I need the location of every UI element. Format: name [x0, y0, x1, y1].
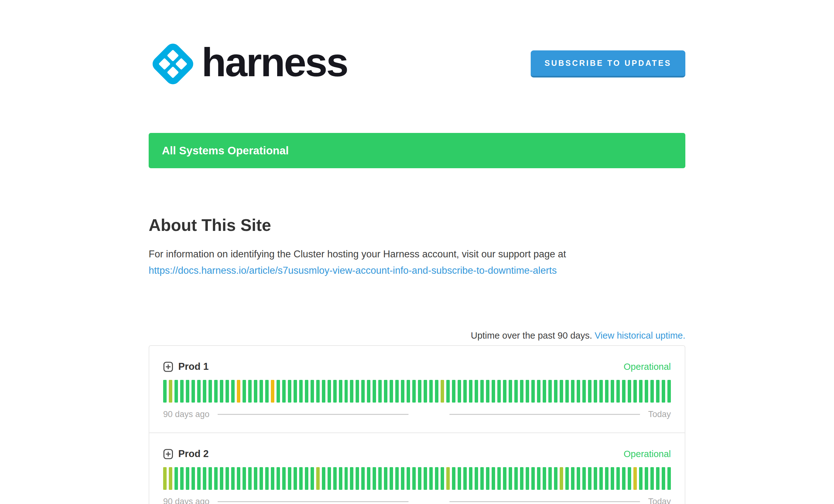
uptime-bar[interactable] [651, 380, 654, 402]
uptime-bar[interactable] [271, 467, 274, 490]
uptime-bar[interactable] [577, 467, 580, 490]
uptime-bar[interactable] [175, 380, 178, 402]
uptime-bar[interactable] [299, 380, 303, 402]
uptime-bar[interactable] [260, 467, 263, 490]
uptime-bar[interactable] [299, 467, 303, 490]
uptime-bar[interactable] [333, 467, 337, 490]
uptime-bar[interactable] [248, 467, 251, 490]
uptime-bar[interactable] [378, 467, 382, 490]
uptime-bar[interactable] [367, 467, 370, 490]
uptime-bar[interactable] [588, 380, 592, 402]
uptime-bar[interactable] [163, 467, 167, 490]
uptime-bar[interactable] [225, 467, 229, 490]
uptime-bar[interactable] [310, 467, 314, 490]
uptime-bar[interactable] [231, 380, 235, 402]
uptime-bar[interactable] [667, 467, 671, 490]
uptime-bar[interactable] [305, 380, 308, 402]
uptime-bar[interactable] [656, 467, 659, 490]
uptime-bar[interactable] [407, 467, 410, 490]
uptime-bar[interactable] [656, 380, 659, 402]
uptime-bar[interactable] [662, 467, 665, 490]
uptime-bar[interactable] [503, 467, 506, 490]
uptime-bar[interactable] [526, 467, 529, 490]
uptime-bar[interactable] [645, 467, 648, 490]
uptime-bar[interactable] [197, 467, 201, 490]
uptime-bar[interactable] [480, 467, 484, 490]
uptime-bar[interactable] [265, 467, 269, 490]
uptime-bar[interactable] [373, 380, 376, 402]
uptime-bar[interactable] [594, 380, 597, 402]
uptime-bar[interactable] [265, 380, 269, 402]
uptime-bar[interactable] [486, 380, 489, 402]
uptime-bar[interactable] [492, 467, 495, 490]
uptime-bar[interactable] [554, 467, 557, 490]
uptime-bar[interactable] [543, 380, 546, 402]
uptime-bar[interactable] [577, 380, 580, 402]
uptime-bar[interactable] [322, 467, 325, 490]
uptime-bar[interactable] [571, 380, 574, 402]
uptime-bar[interactable] [282, 467, 286, 490]
uptime-bar[interactable] [345, 380, 348, 402]
uptime-bar[interactable] [492, 380, 495, 402]
uptime-bar[interactable] [231, 467, 235, 490]
uptime-bar[interactable] [616, 467, 620, 490]
uptime-bar[interactable] [554, 380, 557, 402]
uptime-bar[interactable] [361, 380, 365, 402]
uptime-bar[interactable] [605, 380, 609, 402]
uptime-bar[interactable] [651, 467, 654, 490]
uptime-bar[interactable] [514, 380, 518, 402]
uptime-bar[interactable] [203, 467, 206, 490]
uptime-bar[interactable] [310, 380, 314, 402]
uptime-bar[interactable] [520, 380, 524, 402]
uptime-bar[interactable] [571, 467, 574, 490]
uptime-bar[interactable] [475, 380, 478, 402]
uptime-bar[interactable] [186, 380, 189, 402]
uptime-bar[interactable] [599, 380, 603, 402]
uptime-bar[interactable] [288, 380, 291, 402]
uptime-bar[interactable] [390, 380, 393, 402]
uptime-bar[interactable] [220, 467, 223, 490]
uptime-bar[interactable] [225, 380, 229, 402]
support-page-link[interactable]: https://docs.harness.io/article/s7ususml… [149, 265, 557, 276]
uptime-bar[interactable] [350, 380, 353, 402]
uptime-bar[interactable] [390, 467, 393, 490]
uptime-bar[interactable] [237, 380, 240, 402]
uptime-bar[interactable] [208, 467, 212, 490]
uptime-bar[interactable] [316, 467, 320, 490]
uptime-bar[interactable] [452, 467, 456, 490]
uptime-bar[interactable] [509, 380, 512, 402]
uptime-bar[interactable] [463, 380, 467, 402]
uptime-bar[interactable] [560, 467, 563, 490]
uptime-bar[interactable] [412, 380, 416, 402]
uptime-bar[interactable] [214, 467, 218, 490]
uptime-bar[interactable] [622, 467, 626, 490]
uptime-bar[interactable] [169, 380, 172, 402]
uptime-bar[interactable] [288, 467, 291, 490]
uptime-bar[interactable] [526, 380, 529, 402]
subscribe-to-updates-button[interactable]: SUBSCRIBE TO UPDATES [531, 50, 685, 78]
uptime-bar[interactable] [599, 467, 603, 490]
uptime-bar[interactable] [503, 380, 506, 402]
uptime-bar[interactable] [254, 467, 257, 490]
uptime-bar[interactable] [588, 467, 592, 490]
uptime-bar[interactable] [565, 467, 569, 490]
uptime-bar[interactable] [475, 467, 478, 490]
uptime-bar[interactable] [435, 380, 438, 402]
uptime-bar[interactable] [486, 467, 489, 490]
uptime-bar[interactable] [639, 380, 642, 402]
uptime-bar[interactable] [548, 380, 552, 402]
uptime-bar[interactable] [322, 380, 325, 402]
uptime-bar[interactable] [192, 380, 195, 402]
uptime-bar[interactable] [378, 380, 382, 402]
uptime-bar[interactable] [594, 467, 597, 490]
uptime-bar[interactable] [480, 380, 484, 402]
uptime-bar[interactable] [452, 380, 456, 402]
uptime-bar[interactable] [560, 380, 563, 402]
uptime-bar[interactable] [611, 380, 614, 402]
uptime-bar[interactable] [514, 467, 518, 490]
uptime-bar[interactable] [407, 380, 410, 402]
uptime-bar[interactable] [537, 467, 541, 490]
uptime-bar[interactable] [583, 380, 586, 402]
uptime-bar[interactable] [628, 380, 631, 402]
uptime-bar[interactable] [282, 380, 286, 402]
